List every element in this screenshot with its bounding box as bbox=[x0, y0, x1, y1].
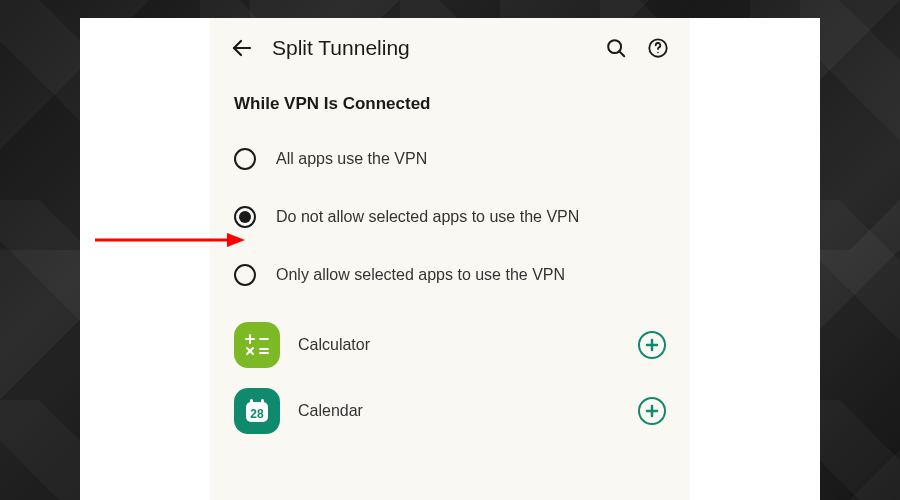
option-label: Do not allow selected apps to use the VP… bbox=[276, 208, 579, 226]
option-all-apps[interactable]: All apps use the VPN bbox=[210, 130, 690, 188]
section-title: While VPN Is Connected bbox=[210, 70, 690, 122]
svg-text:28: 28 bbox=[250, 407, 264, 421]
calendar-icon: 28 bbox=[234, 388, 280, 434]
radio-icon bbox=[234, 148, 256, 170]
option-do-not-allow[interactable]: Do not allow selected apps to use the VP… bbox=[210, 188, 690, 246]
radio-icon bbox=[234, 206, 256, 228]
svg-line-2 bbox=[619, 51, 624, 56]
phone-panel: Split Tunneling While VPN Is Connected A… bbox=[210, 18, 690, 500]
option-list: All apps use the VPN Do not allow select… bbox=[210, 122, 690, 312]
page-title: Split Tunneling bbox=[272, 36, 586, 60]
app-label: Calendar bbox=[298, 402, 620, 420]
back-icon[interactable] bbox=[230, 36, 254, 60]
svg-point-4 bbox=[657, 52, 658, 53]
calculator-icon bbox=[234, 322, 280, 368]
app-label: Calculator bbox=[298, 336, 620, 354]
option-label: All apps use the VPN bbox=[276, 150, 427, 168]
option-only-allow[interactable]: Only allow selected apps to use the VPN bbox=[210, 246, 690, 304]
add-button[interactable] bbox=[638, 331, 666, 359]
option-label: Only allow selected apps to use the VPN bbox=[276, 266, 565, 284]
frame: Split Tunneling While VPN Is Connected A… bbox=[80, 18, 820, 500]
svg-marker-21 bbox=[227, 233, 245, 247]
search-icon[interactable] bbox=[604, 36, 628, 60]
header: Split Tunneling bbox=[210, 18, 690, 70]
help-icon[interactable] bbox=[646, 36, 670, 60]
arrow-annotation-icon bbox=[95, 230, 245, 254]
svg-rect-15 bbox=[250, 399, 253, 405]
add-button[interactable] bbox=[638, 397, 666, 425]
svg-rect-16 bbox=[261, 399, 264, 405]
app-row-calculator[interactable]: Calculator bbox=[210, 312, 690, 378]
radio-icon bbox=[234, 264, 256, 286]
app-row-calendar[interactable]: 28 Calendar bbox=[210, 378, 690, 444]
